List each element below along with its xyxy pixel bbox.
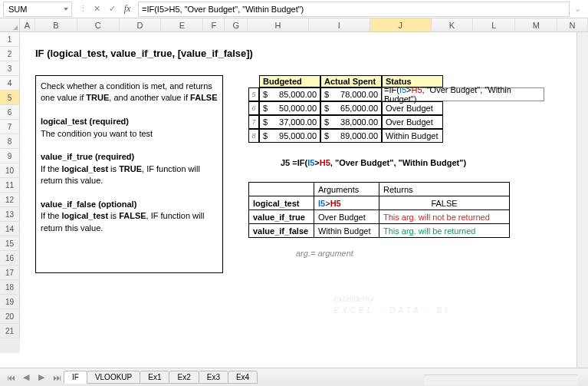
fx-icon[interactable]: fx [121,3,133,15]
row-headers: 1 2 3 4 5 6 7 8 9 10 11 12 13 14 15 16 1… [0,32,20,353]
row-18[interactable]: 18 [0,280,20,295]
row-3[interactable]: 3 [0,61,20,76]
tab-prev-icon[interactable]: ◀ [19,371,33,384]
row-13[interactable]: 13 [0,207,20,222]
row-21[interactable]: 21 [0,324,20,338]
row-16[interactable]: 16 [0,251,20,266]
column-headers: A B C D E F G H I J K L M N [0,18,588,32]
row-8[interactable]: 8 [0,134,20,149]
col-m[interactable]: M [515,18,557,31]
col-h[interactable]: H [248,18,309,31]
tab-ex2[interactable]: Ex2 [169,371,199,384]
tab-ex1[interactable]: Ex1 [140,371,169,384]
vertical-scrollbar[interactable] [577,32,588,368]
col-e[interactable]: E [161,18,203,31]
col-g[interactable]: G [225,18,248,31]
watermark: exceldemyEXCEL · DATA · BI [333,285,450,315]
expand-icon[interactable]: ⌄ [571,3,583,15]
row-7[interactable]: 7 [0,120,20,134]
note: arg.= argument [296,249,353,258]
row-15[interactable]: 15 [0,236,20,251]
accept-icon[interactable]: ✓ [106,3,118,15]
row-5[interactable]: 5 [0,91,20,105]
tab-ex4[interactable]: Ex4 [228,371,258,384]
col-j[interactable]: J [370,18,432,31]
active-cell-j5[interactable]: =IF(I5>H5, "Over Budget", "Within Budget… [382,87,544,101]
row-12[interactable]: 12 [0,193,20,207]
row-19[interactable]: 19 [0,295,20,309]
col-b[interactable]: B [35,18,77,31]
col-a[interactable]: A [20,18,35,31]
select-all-corner[interactable] [0,18,20,31]
row-17[interactable]: 17 [0,266,20,280]
col-l[interactable]: L [473,18,515,31]
col-n[interactable]: N [557,18,588,31]
sheet-area[interactable]: IF (logical_test, value_if_true, [value_… [20,32,588,353]
tab-vlookup[interactable]: VLOOKUP [87,371,140,384]
row-1[interactable]: 1 [0,32,20,47]
tab-if[interactable]: IF [64,371,87,384]
row-20[interactable]: 20 [0,309,20,324]
row-11[interactable]: 11 [0,178,20,193]
formula-bar[interactable]: =IF(I5>H5, "Over Budget", "Within Budget… [138,2,570,17]
col-f[interactable]: F [203,18,225,31]
row-4[interactable]: 4 [0,76,20,91]
tab-first-icon[interactable]: ⏮ [4,371,18,384]
budget-table: Budgeted Actual Spent Status 5 85,000.00… [248,75,544,143]
row-2[interactable]: 2 [0,47,20,61]
sheet-tabs: ⏮ ◀ ▶ ⏭ IF VLOOKUP Ex1 Ex2 Ex3 Ex4 [0,368,588,386]
row-6[interactable]: 6 [0,105,20,120]
row-9[interactable]: 9 [0,149,20,163]
tab-next-icon[interactable]: ▶ [34,371,48,384]
col-d[interactable]: D [120,18,162,31]
col-c[interactable]: C [77,18,120,31]
tab-last-icon[interactable]: ⏭ [50,371,64,384]
row-10[interactable]: 10 [0,163,20,178]
col-k[interactable]: K [432,18,474,31]
row-14[interactable]: 14 [0,222,20,236]
divider: ⋮ [77,4,89,14]
page-title: IF (logical_test, value_if_true, [value_… [35,48,253,59]
help-panel: Check whether a condition is met, and re… [35,75,223,273]
col-i[interactable]: I [309,18,370,31]
horizontal-scrollbar[interactable] [424,374,577,385]
j5-formula-label: J5 =IF(I5>H5, "Over Budget", "Within Bud… [281,158,466,167]
tab-ex3[interactable]: Ex3 [199,371,228,384]
arguments-table: ArgumentsReturns logical_testI5>H5FALSE … [248,182,510,238]
name-box[interactable]: SUM [3,2,72,17]
cancel-icon[interactable]: ✕ [90,3,103,15]
